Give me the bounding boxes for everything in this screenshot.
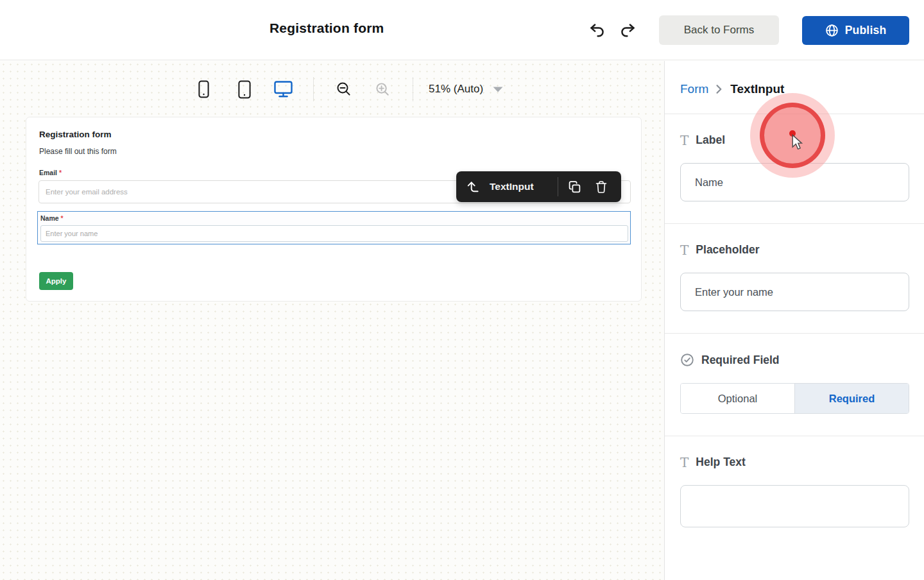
zoom-dropdown-trigger[interactable] xyxy=(492,86,504,93)
property-inspector: Form TextInput T Label T Placeholder xyxy=(664,61,924,580)
text-type-icon: T xyxy=(680,244,689,257)
help-text-input[interactable] xyxy=(680,485,909,527)
top-bar: Registration form Back to Forms xyxy=(0,0,924,60)
breadcrumb: Form TextInput xyxy=(665,61,924,114)
form-title: Registration form xyxy=(39,130,112,139)
check-circle-icon xyxy=(680,353,694,367)
name-field-label: Name * xyxy=(40,214,64,222)
device-desktop-button[interactable] xyxy=(272,78,294,100)
required-asterisk: * xyxy=(61,214,64,222)
placeholder-section-heading: Placeholder xyxy=(696,243,759,257)
undo-button[interactable] xyxy=(586,19,608,41)
zoom-in-icon xyxy=(375,82,390,97)
undo-redo-group xyxy=(586,19,638,41)
zoom-out-icon xyxy=(336,81,352,97)
top-bar-actions: Back to Forms Publish xyxy=(586,0,909,60)
name-field-input[interactable] xyxy=(40,225,628,242)
form-subtitle: Please fill out this form xyxy=(39,147,117,156)
duplicate-button[interactable] xyxy=(563,176,585,198)
phone-icon xyxy=(198,80,209,98)
required-option[interactable]: Required xyxy=(794,384,909,413)
redo-button[interactable] xyxy=(617,19,638,41)
help-text-section-heading: Help Text xyxy=(696,456,745,469)
undo-icon xyxy=(588,22,606,39)
desktop-icon xyxy=(274,81,293,98)
redo-icon xyxy=(619,22,637,39)
device-phone-button[interactable] xyxy=(193,78,214,100)
zoom-level-label[interactable]: 51% (Auto) xyxy=(429,83,483,96)
required-toggle: Optional Required xyxy=(680,383,909,414)
back-to-forms-button[interactable]: Back to Forms xyxy=(659,15,779,45)
apply-button[interactable]: Apply xyxy=(39,272,73,290)
select-parent-button[interactable] xyxy=(465,178,482,195)
toolbar-divider xyxy=(558,177,558,196)
copy-icon xyxy=(568,180,581,194)
arrow-up-from-corner-icon xyxy=(466,180,481,194)
breadcrumb-form-link[interactable]: Form xyxy=(680,82,708,96)
label-input[interactable] xyxy=(680,163,909,201)
email-field-label: Email * xyxy=(39,169,62,176)
chevron-down-icon xyxy=(492,86,504,93)
component-toolbar: TextInput xyxy=(456,171,621,202)
zoom-out-button[interactable] xyxy=(333,78,355,100)
trash-icon xyxy=(595,180,608,194)
optional-option[interactable]: Optional xyxy=(681,384,794,413)
text-type-icon: T xyxy=(680,134,689,147)
breadcrumb-current: TextInput xyxy=(730,82,784,96)
publish-button-label: Publish xyxy=(845,24,887,37)
toolbar-divider xyxy=(413,77,413,101)
placeholder-input[interactable] xyxy=(680,273,909,311)
text-type-icon: T xyxy=(680,456,689,469)
delete-button[interactable] xyxy=(590,176,612,198)
placeholder-section: T Placeholder xyxy=(665,224,924,334)
device-tablet-button[interactable] xyxy=(234,78,255,100)
component-name-label: TextInput xyxy=(490,181,534,192)
publish-button[interactable]: Publish xyxy=(802,16,909,45)
globe-icon xyxy=(825,24,839,37)
required-section-heading: Required Field xyxy=(701,354,780,367)
zoom-in-button[interactable] xyxy=(372,78,393,100)
form-builder-app: Registration form Back to Forms xyxy=(0,0,924,580)
page-title: Registration form xyxy=(270,21,384,36)
chevron-right-icon xyxy=(715,84,723,94)
builder-canvas[interactable]: 51% (Auto) Registration form Please fill… xyxy=(0,61,664,580)
label-section: T Label xyxy=(665,114,924,224)
tablet-icon xyxy=(238,80,251,99)
required-asterisk: * xyxy=(59,169,62,176)
toolbar-divider xyxy=(313,77,314,101)
label-section-heading: Label xyxy=(696,133,725,147)
form-preview-card: Registration form Please fill out this f… xyxy=(26,117,642,302)
help-text-section: T Help Text xyxy=(665,436,924,552)
required-field-section: Required Field Optional Required xyxy=(665,334,924,436)
selected-textinput-block[interactable]: Name * xyxy=(37,211,631,244)
canvas-toolbar: 51% (Auto) xyxy=(193,78,504,101)
